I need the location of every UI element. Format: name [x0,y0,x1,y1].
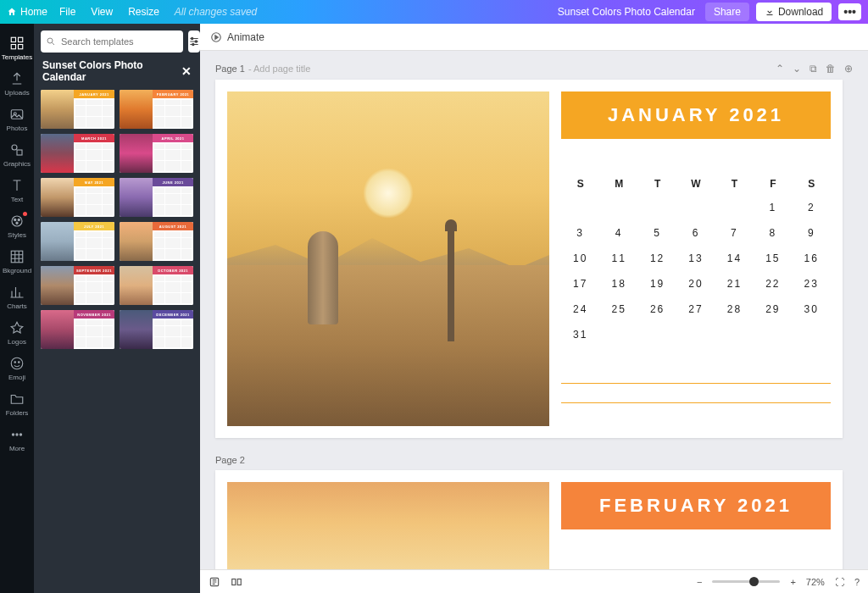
calendar-cell[interactable]: 31 [561,322,599,347]
calendar-cell[interactable]: 24 [561,296,599,322]
calendar-cell[interactable]: 10 [561,246,599,271]
template-thumb-8[interactable]: AUGUST 2021 [120,222,193,261]
help-icon[interactable]: ? [854,577,860,587]
rail-graphics[interactable]: Graphics [0,137,34,173]
page-2-month-band[interactable]: FEBRUARY 2021 [561,482,831,529]
calendar-cell[interactable]: 29 [754,296,792,322]
page-add-icon[interactable]: ⊕ [844,63,853,75]
calendar-cell[interactable]: 16 [793,246,831,271]
zoom-out-icon[interactable]: − [697,577,702,587]
template-thumb-2[interactable]: FEBRUARY 2021 [120,90,193,129]
canvas-scroll[interactable]: Page 1 - Add page title ⌃ ⌄ ⧉ 🗑 ⊕ JANUAR… [200,51,868,569]
calendar-cell[interactable]: 19 [638,271,676,296]
more-button[interactable]: ••• [838,3,861,20]
view-menu[interactable]: View [91,6,113,18]
page-1[interactable]: JANUARY 2021 SMTWTFS 1234567891011121314… [215,80,843,438]
animate-button[interactable]: Animate [227,31,264,43]
calendar-cell[interactable]: 15 [754,246,792,271]
calendar-cell[interactable]: 27 [676,296,715,322]
calendar-cell[interactable]: 3 [561,220,599,246]
calendar-cell[interactable]: 17 [561,271,599,296]
calendar-cell[interactable] [638,195,676,220]
calendar-cell[interactable] [638,322,676,347]
calendar-cell[interactable]: 7 [715,220,754,246]
rail-logos[interactable]: Logos [0,315,34,351]
rail-styles[interactable]: Styles [0,208,34,244]
calendar-cell[interactable]: 11 [599,246,637,271]
calendar-cell[interactable]: 8 [754,220,792,246]
pages-toggle-icon[interactable] [231,576,242,588]
calendar-cell[interactable]: 26 [638,296,676,322]
search-input[interactable] [61,36,178,47]
page-move-up-icon[interactable]: ⌃ [776,63,784,75]
calendar-cell[interactable] [754,322,792,347]
page-duplicate-icon[interactable]: ⧉ [810,63,817,75]
calendar-cell[interactable]: 4 [599,220,637,246]
calendar-cell[interactable]: 18 [599,271,637,296]
template-thumb-7[interactable]: JULY 2021 [41,222,114,261]
calendar-cell[interactable] [561,195,599,220]
calendar-cell[interactable]: 6 [676,220,715,246]
rail-templates[interactable]: Templates [0,30,34,66]
page-2[interactable]: FEBRUARY 2021 SMTWTFS [215,470,843,569]
template-thumb-5[interactable]: MAY 2021 [41,178,114,217]
calendar-cell[interactable]: 28 [715,296,754,322]
calendar-cell[interactable]: 20 [676,271,715,296]
calendar-cell[interactable]: 25 [599,296,637,322]
template-thumb-3[interactable]: MARCH 2021 [41,134,114,173]
page-move-down-icon[interactable]: ⌄ [793,63,801,75]
home-button[interactable]: Home [7,6,47,18]
calendar-cell[interactable] [676,195,715,220]
download-button[interactable]: Download [756,3,832,21]
template-thumb-4[interactable]: APRIL 2021 [120,134,193,173]
search-filter-button[interactable] [188,30,200,53]
zoom-level[interactable]: 72% [806,577,825,587]
calendar-cell[interactable]: 21 [715,271,754,296]
notes-toggle-icon[interactable] [209,576,220,588]
calendar-cell[interactable] [793,322,831,347]
calendar-cell[interactable]: 12 [638,246,676,271]
calendar-cell[interactable]: 22 [754,271,792,296]
calendar-cell[interactable] [599,322,637,347]
page-1-calendar[interactable]: SMTWTFS 12345678910111213141516171819202… [561,173,831,347]
share-button[interactable]: Share [705,3,749,21]
rail-emoji[interactable]: Emoji [0,351,34,386]
rail-bkground[interactable]: Bkground [0,244,34,280]
calendar-cell[interactable] [599,195,637,220]
calendar-cell[interactable]: 2 [793,195,831,220]
calendar-cell[interactable]: 30 [793,296,831,322]
template-thumb-9[interactable]: SEPTEMBER 2021 [41,266,114,305]
page-1-notes-lines[interactable] [561,364,831,422]
calendar-cell[interactable]: 5 [638,220,676,246]
calendar-cell[interactable]: 14 [715,246,754,271]
calendar-cell[interactable]: 23 [793,271,831,296]
calendar-cell[interactable] [676,322,715,347]
fullscreen-icon[interactable]: ⛶ [835,577,844,587]
rail-charts[interactable]: Charts [0,280,34,315]
template-thumb-11[interactable]: NOVEMBER 2021 [41,310,114,349]
template-thumb-1[interactable]: JANUARY 2021 [41,90,114,129]
rail-photos[interactable]: Photos [0,102,34,137]
document-name[interactable]: Sunset Colors Photo Calendar [558,6,695,18]
file-menu[interactable]: File [59,6,75,18]
calendar-cell[interactable]: 1 [754,195,792,220]
zoom-slider[interactable] [712,580,780,583]
zoom-in-icon[interactable]: + [790,577,795,587]
rail-text[interactable]: Text [0,173,34,208]
page-2-photo[interactable] [227,482,549,569]
panel-close-button[interactable]: ✕ [181,64,192,78]
page-1-title-hint[interactable]: - Add page title [248,64,310,74]
page-delete-icon[interactable]: 🗑 [826,63,836,75]
rail-folders[interactable]: Folders [0,386,34,422]
template-thumb-12[interactable]: DECEMBER 2021 [120,310,193,349]
template-thumb-6[interactable]: JUNE 2021 [120,178,193,217]
rail-uploads[interactable]: Uploads [0,66,34,102]
page-1-photo[interactable] [227,91,549,426]
template-thumb-10[interactable]: OCTOBER 2021 [120,266,193,305]
calendar-cell[interactable] [715,322,754,347]
calendar-cell[interactable]: 9 [793,220,831,246]
page-2-calendar[interactable]: SMTWTFS [561,563,831,569]
resize-menu[interactable]: Resize [128,6,159,18]
page-1-month-band[interactable]: JANUARY 2021 [561,91,831,139]
rail-more[interactable]: More [0,422,34,457]
